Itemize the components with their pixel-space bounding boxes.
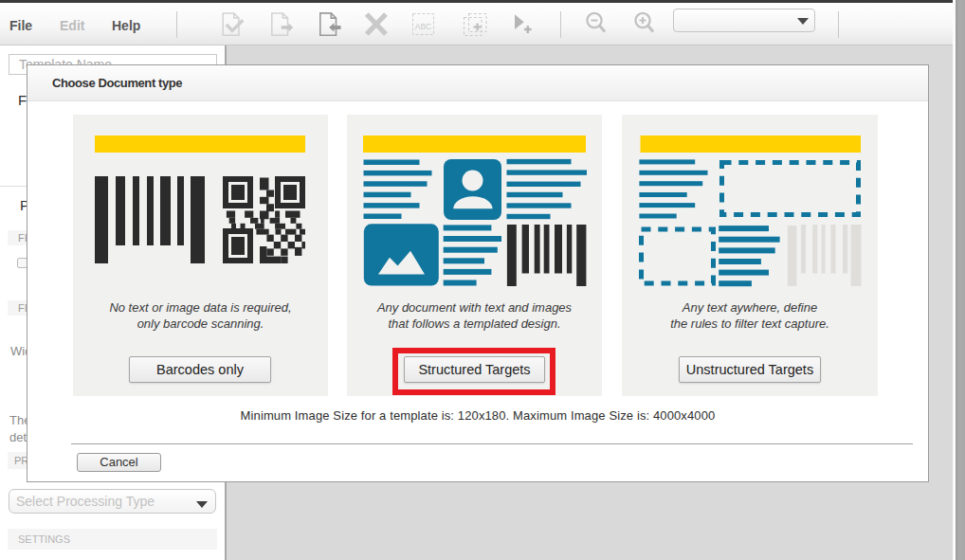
svg-text:ABC: ABC: [415, 22, 431, 31]
